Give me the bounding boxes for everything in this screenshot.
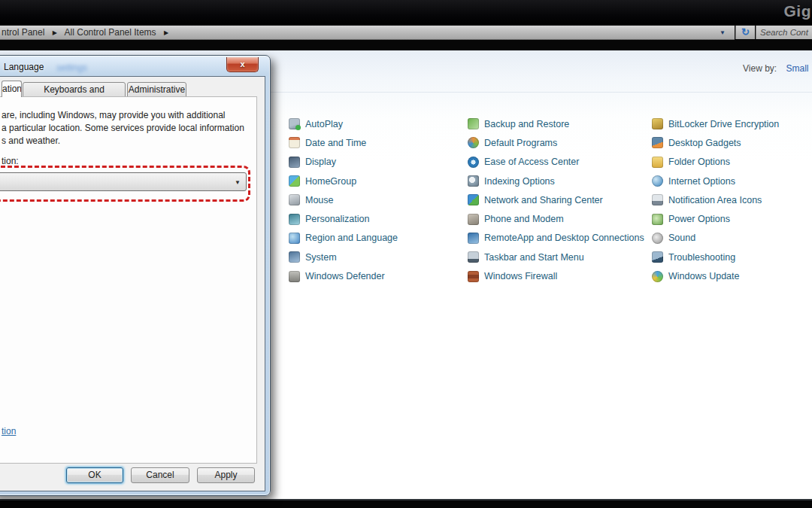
windows-defender-icon [289, 271, 300, 282]
cp-item-internet-options[interactable]: Internet Options [652, 172, 779, 190]
bitlocker-icon [652, 118, 663, 129]
desktop-gadgets-icon [652, 137, 663, 148]
cp-item-display[interactable]: Display [289, 153, 398, 172]
cp-item-homegroup[interactable]: HomeGroup [289, 172, 398, 190]
breadcrumb-arrow-icon[interactable]: ▶ [164, 29, 168, 36]
cp-item-label: Folder Options [668, 157, 730, 167]
cp-item-label: Desktop Gadgets [668, 138, 741, 148]
cp-item-ease-of-access[interactable]: Ease of Access Center [468, 153, 644, 172]
cp-item-label: Power Options [668, 214, 730, 224]
cp-item-region-language[interactable]: Region and Language [289, 229, 398, 248]
cp-item-label: Display [305, 157, 336, 167]
cp-item-bitlocker[interactable]: BitLocker Drive Encryption [652, 114, 779, 133]
search-input[interactable] [756, 26, 812, 39]
tab-location[interactable]: ation [2, 81, 22, 97]
region-language-dialog: settings Language x ation Keyboards and … [0, 55, 271, 496]
apply-button[interactable]: Apply [197, 467, 255, 483]
description-line: are, including Windows, may provide you … [2, 110, 226, 120]
cp-item-label: System [305, 252, 337, 263]
power-options-icon [652, 214, 663, 225]
cp-item-label: Region and Language [305, 233, 398, 243]
cp-item-sound[interactable]: Sound [652, 229, 779, 248]
breadcrumb-arrow-icon[interactable]: ▶ [53, 29, 57, 36]
tab-administrative[interactable]: Administrative [127, 82, 186, 97]
view-by-label: View by: [743, 63, 777, 74]
cp-item-label: Ease of Access Center [484, 157, 579, 167]
default-programs-icon [468, 137, 479, 148]
taskbar-start-menu-icon [468, 251, 479, 263]
cancel-button[interactable]: Cancel [131, 467, 189, 483]
address-bar: ntrol Panel ▶ All Control Panel Items ▶ … [0, 25, 812, 40]
dialog-title: Language [4, 62, 44, 72]
cp-item-indexing-options[interactable]: Indexing Options [468, 172, 644, 190]
cp-item-label: Internet Options [668, 176, 735, 187]
cp-item-label: Windows Firewall [484, 271, 557, 281]
chrome-divider-strip [0, 40, 812, 50]
indexing-options-icon [468, 175, 479, 187]
highlight-annotation-box [0, 166, 250, 202]
glass-ghost-text: settings [56, 62, 87, 73]
cp-item-label: Windows Defender [305, 271, 385, 281]
cp-item-label: AutoPlay [305, 119, 343, 129]
ease-of-access-icon [468, 157, 479, 168]
close-button[interactable]: x [226, 57, 259, 72]
cp-item-network-sharing[interactable]: Network and Sharing Center [468, 190, 644, 209]
cp-item-label: Default Programs [484, 138, 557, 148]
dialog-body: ation Keyboards and Languages Administra… [0, 76, 265, 491]
current-location-label: tion: [2, 156, 19, 166]
sound-icon [652, 233, 663, 244]
cp-item-label: Backup and Restore [484, 119, 569, 129]
tab-page-panel [0, 96, 257, 464]
cp-item-autoplay[interactable]: AutoPlay [289, 114, 398, 133]
cp-item-date-time[interactable]: Date and Time [289, 133, 398, 152]
mouse-icon [289, 194, 300, 205]
cp-item-label: RemoteApp and Desktop Connections [484, 233, 644, 243]
tab-keyboards-and-languages[interactable]: Keyboards and Languages [23, 82, 126, 97]
cp-item-label: Phone and Modem [484, 214, 564, 224]
breadcrumb[interactable]: ntrol Panel ▶ All Control Panel Items ▶ … [0, 26, 735, 40]
cp-item-windows-firewall[interactable]: Windows Firewall [468, 266, 644, 285]
cp-item-backup-restore[interactable]: Backup and Restore [468, 114, 644, 133]
cp-item-phone-modem[interactable]: Phone and Modem [468, 209, 644, 228]
refresh-icon: ↻ [741, 26, 750, 38]
cp-column-3: BitLocker Drive Encryption Desktop Gadge… [652, 114, 779, 286]
internet-options-icon [652, 175, 663, 187]
cp-item-remoteapp[interactable]: RemoteApp and Desktop Connections [468, 229, 644, 248]
cp-item-notification-area-icons[interactable]: Notification Area Icons [652, 190, 779, 209]
phone-modem-icon [468, 214, 479, 225]
cp-item-windows-update[interactable]: Windows Update [652, 266, 779, 285]
view-by-small-link[interactable]: Small [786, 63, 808, 74]
date-time-icon [289, 137, 300, 148]
dialog-help-link[interactable]: tion [2, 426, 16, 437]
cp-item-default-programs[interactable]: Default Programs [468, 133, 644, 152]
description-line: a particular location. Some services pro… [2, 123, 244, 133]
address-chevron-down-icon[interactable]: ▼ [713, 26, 732, 40]
cp-item-taskbar-start-menu[interactable]: Taskbar and Start Menu [468, 248, 644, 266]
window-titlebar: Gig [0, 0, 812, 25]
cp-item-label: Sound [668, 233, 695, 243]
cp-item-label: Network and Sharing Center [484, 195, 603, 205]
cp-item-label: Date and Time [305, 138, 366, 148]
autoplay-icon [289, 118, 300, 129]
cp-item-personalization[interactable]: Personalization [289, 209, 398, 228]
description-line: s and weather. [2, 135, 60, 146]
breadcrumb-segment-control-panel[interactable]: ntrol Panel [2, 27, 44, 38]
cp-item-folder-options[interactable]: Folder Options [652, 153, 779, 172]
cp-item-desktop-gadgets[interactable]: Desktop Gadgets [652, 133, 779, 152]
cp-item-power-options[interactable]: Power Options [652, 209, 779, 228]
cp-item-label: Windows Update [668, 271, 740, 281]
letterbox-bottom-bar [0, 499, 812, 508]
cp-item-label: BitLocker Drive Encryption [668, 119, 779, 129]
cp-item-system[interactable]: System [289, 248, 398, 266]
cp-item-troubleshooting[interactable]: Troubleshooting [652, 248, 779, 266]
cp-item-label: Indexing Options [484, 176, 555, 187]
breadcrumb-segment-all-items[interactable]: All Control Panel Items [65, 27, 156, 38]
cp-item-windows-defender[interactable]: Windows Defender [289, 266, 398, 285]
cp-item-label: Personalization [305, 214, 369, 224]
windows-firewall-icon [468, 271, 479, 282]
watermark-logo: Gig [784, 2, 812, 20]
cp-column-1: AutoPlay Date and Time Display HomeGroup… [289, 114, 398, 286]
refresh-button[interactable]: ↻ [735, 26, 755, 39]
ok-button[interactable]: OK [66, 467, 123, 483]
cp-item-mouse[interactable]: Mouse [289, 190, 398, 209]
